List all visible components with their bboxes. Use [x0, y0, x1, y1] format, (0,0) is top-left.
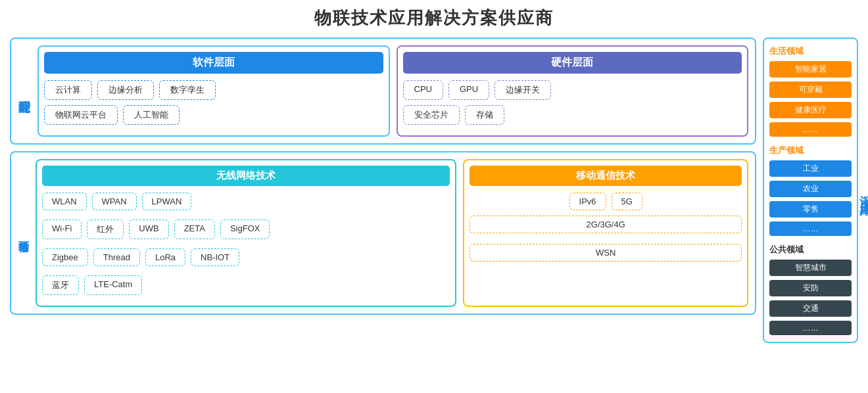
- page-title: 物联技术应用解决方案供应商: [314, 7, 554, 30]
- right-sidebar: 生活领域 智能家居 可穿戴 健康医疗 …… 生产领域 工业 农业 零售 …… 公…: [763, 37, 858, 343]
- tag-ipv6: IPv6: [569, 193, 606, 210]
- mobile-row2: 2G/3G/4G: [470, 216, 742, 233]
- tag-zeta: ZETA: [174, 220, 215, 239]
- tag-zigbee: Zigbee: [42, 248, 88, 266]
- tag-edge-analysis: 边缘分析: [97, 80, 154, 100]
- software-header: 软件层面: [44, 52, 383, 74]
- mobile-row3: WSN: [470, 244, 742, 262]
- hardware-row2: 安全芯片 存储: [403, 105, 742, 125]
- sidebar-item-health[interactable]: 健康医疗: [769, 102, 852, 118]
- wireless-header: 无线网络技术: [42, 166, 450, 186]
- sidebar-item-production-more[interactable]: ……: [769, 221, 852, 236]
- wireless-panel: 无线网络技术 WLAN WPAN LPWAN Wi-Fi 红外 UWB ZETA: [36, 159, 456, 307]
- life-domain-label: 生活领域: [769, 45, 852, 57]
- depth-application-label: 深度应用: [857, 185, 868, 196]
- tag-sigfox: SigFOX: [220, 220, 270, 239]
- tag-cloud-compute: 云计算: [44, 80, 92, 100]
- tag-digital-twin: 数字孪生: [159, 80, 216, 100]
- sidebar-item-public-more[interactable]: ……: [769, 321, 852, 335]
- wireless-row3: Zigbee Thread LoRa NB-IOT: [42, 248, 450, 266]
- tag-uwb: UWB: [129, 220, 168, 239]
- reliable-transmission-label: 可靠传输: [11, 159, 36, 307]
- hardware-header: 硬件层面: [403, 52, 742, 74]
- sidebar-item-security[interactable]: 安防: [769, 280, 852, 296]
- tag-storage: 存储: [465, 105, 504, 125]
- intelligent-processing-section: 智能处理 软件层面 云计算 边缘分析 数字孪生 物联网云平台 人工智能: [10, 37, 756, 145]
- software-row1: 云计算 边缘分析 数字孪生: [44, 80, 383, 100]
- mobile-panel: 移动通信技术 IPv6 5G 2G/3G/4G WSN: [463, 159, 748, 307]
- intelligent-processing-label: 智能处理: [11, 45, 37, 137]
- tag-wpan: WPAN: [92, 193, 137, 210]
- tag-2g3g4g: 2G/3G/4G: [470, 216, 742, 233]
- hardware-row1: CPU GPU 边缘开关: [403, 80, 742, 100]
- mobile-row1: IPv6 5G: [470, 193, 742, 210]
- tag-lpwan: LPWAN: [142, 193, 192, 210]
- production-domain-label: 生产领域: [769, 145, 852, 156]
- tag-iot-cloud: 物联网云平台: [44, 105, 118, 125]
- sidebar-item-wearable[interactable]: 可穿戴: [769, 81, 852, 98]
- tag-wlan: WLAN: [42, 193, 87, 210]
- sidebar-item-life-more[interactable]: ……: [769, 122, 852, 137]
- tag-gpu: GPU: [448, 80, 489, 100]
- sidebar-item-agriculture[interactable]: 农业: [769, 181, 852, 197]
- wireless-row2: Wi-Fi 红外 UWB ZETA SigFOX: [42, 220, 450, 239]
- sidebar-item-industry[interactable]: 工业: [769, 160, 852, 177]
- tag-wifi: Wi-Fi: [42, 220, 82, 239]
- tag-bluetooth: 蓝牙: [42, 275, 79, 295]
- hardware-panel: 硬件层面 CPU GPU 边缘开关 安全芯片 存储: [397, 45, 749, 137]
- tag-infrared: 红外: [87, 220, 124, 239]
- tag-nb-iot: NB-IOT: [191, 248, 239, 266]
- tag-lte-catm: LTE-Catm: [84, 275, 142, 295]
- tag-edge-switch: 边缘开关: [494, 80, 551, 100]
- sidebar-item-smart-home[interactable]: 智能家居: [769, 61, 852, 78]
- tag-cpu: CPU: [403, 80, 443, 100]
- mobile-header: 移动通信技术: [470, 166, 742, 186]
- wireless-row1: WLAN WPAN LPWAN: [42, 193, 450, 210]
- sidebar-item-traffic[interactable]: 交通: [769, 300, 852, 317]
- software-panel: 软件层面 云计算 边缘分析 数字孪生 物联网云平台 人工智能: [37, 45, 390, 137]
- tag-wsn: WSN: [470, 244, 742, 262]
- sidebar-item-smart-city[interactable]: 智慧城市: [769, 260, 852, 276]
- software-row2: 物联网云平台 人工智能: [44, 105, 383, 125]
- reliable-transmission-section: 可靠传输 无线网络技术 WLAN WPAN LPWAN Wi-Fi 红外: [10, 151, 756, 315]
- tag-5g: 5G: [612, 193, 642, 210]
- tag-thread: Thread: [93, 248, 140, 266]
- public-domain-label: 公共领域: [769, 244, 852, 256]
- tag-lora: LoRa: [145, 248, 185, 266]
- tag-secure-chip: 安全芯片: [403, 105, 460, 125]
- sidebar-item-retail[interactable]: 零售: [769, 201, 852, 218]
- wireless-row4: 蓝牙 LTE-Catm: [42, 275, 450, 295]
- tag-ai: 人工智能: [123, 105, 180, 125]
